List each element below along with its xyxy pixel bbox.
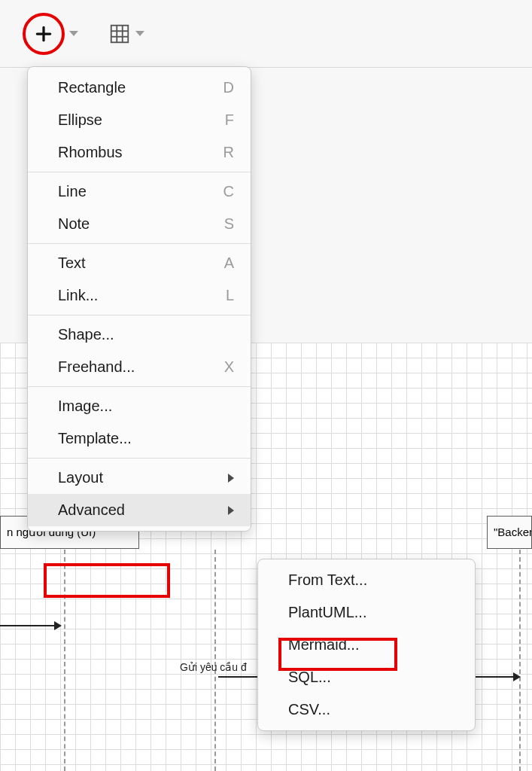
add-shape-menu: Rectangle D Ellipse F Rhombus R Line C N… <box>27 66 251 532</box>
menu-separator <box>28 458 251 459</box>
menu-separator <box>28 243 251 244</box>
menu-label: Text <box>58 254 86 272</box>
menu-label: Advanced <box>58 501 125 519</box>
submenu-item-plantuml[interactable]: PlantUML... <box>258 596 475 629</box>
menu-item-freehand[interactable]: Freehand... X <box>28 351 251 383</box>
lifeline <box>519 550 521 771</box>
menu-separator <box>28 315 251 315</box>
menu-label: Ellipse <box>58 111 102 129</box>
arrow-label: Gửi yêu cầu đ <box>180 661 255 673</box>
annotation-highlight <box>44 563 170 598</box>
menu-item-layout[interactable]: Layout <box>28 462 251 494</box>
menu-shortcut: F <box>225 111 234 129</box>
chevron-down-icon <box>69 31 78 36</box>
menu-shortcut: R <box>223 144 234 161</box>
plus-icon <box>34 24 53 44</box>
chevron-down-icon <box>135 31 144 36</box>
highlight-circle <box>23 13 65 55</box>
menu-label: SQL... <box>288 669 331 686</box>
menu-separator <box>28 172 251 172</box>
menu-item-image[interactable]: Image... <box>28 390 251 422</box>
menu-label: Rhombus <box>58 144 123 161</box>
menu-item-link[interactable]: Link... L <box>28 279 251 312</box>
grid-icon <box>108 23 131 45</box>
sequence-arrow[interactable] <box>0 625 60 626</box>
menu-item-ellipse[interactable]: Ellipse F <box>28 104 251 136</box>
menu-separator <box>28 386 251 387</box>
svg-rect-0 <box>111 25 129 42</box>
menu-label: Layout <box>58 469 103 486</box>
add-shape-button[interactable] <box>23 13 78 55</box>
menu-label: Rectangle <box>58 79 126 96</box>
menu-label: Link... <box>58 287 98 304</box>
chevron-right-icon <box>228 474 234 483</box>
menu-item-advanced[interactable]: Advanced <box>28 494 251 526</box>
chevron-right-icon <box>228 506 234 515</box>
submenu-item-fromtext[interactable]: From Text... <box>258 564 475 596</box>
menu-item-rectangle[interactable]: Rectangle D <box>28 72 251 104</box>
menu-label: From Text... <box>288 571 367 589</box>
menu-label: Shape... <box>58 326 114 343</box>
diagram-node[interactable]: "Backen <box>487 516 532 549</box>
menu-shortcut: X <box>224 358 234 376</box>
menu-item-shape[interactable]: Shape... <box>28 318 251 351</box>
menu-shortcut: C <box>223 183 234 200</box>
menu-item-text[interactable]: Text A <box>28 247 251 279</box>
menu-label: Freehand... <box>58 358 135 376</box>
toolbar <box>0 0 532 68</box>
menu-shortcut: S <box>224 215 234 233</box>
menu-item-line[interactable]: Line C <box>28 175 251 208</box>
menu-shortcut: A <box>224 254 234 272</box>
menu-shortcut: D <box>223 79 234 96</box>
menu-item-template[interactable]: Template... <box>28 422 251 455</box>
submenu-item-csv[interactable]: CSV... <box>258 693 475 726</box>
menu-label: PlantUML... <box>288 604 366 621</box>
menu-item-rhombus[interactable]: Rhombus R <box>28 136 251 169</box>
menu-label: Template... <box>58 430 132 447</box>
menu-label: CSV... <box>288 701 330 718</box>
menu-shortcut: L <box>226 287 234 304</box>
menu-item-note[interactable]: Note S <box>28 208 251 240</box>
menu-label: Note <box>58 215 90 233</box>
annotation-highlight <box>278 638 397 671</box>
menu-label: Image... <box>58 398 112 415</box>
lifeline <box>214 550 216 771</box>
grid-dropdown-button[interactable] <box>108 23 144 45</box>
menu-label: Line <box>58 183 87 200</box>
